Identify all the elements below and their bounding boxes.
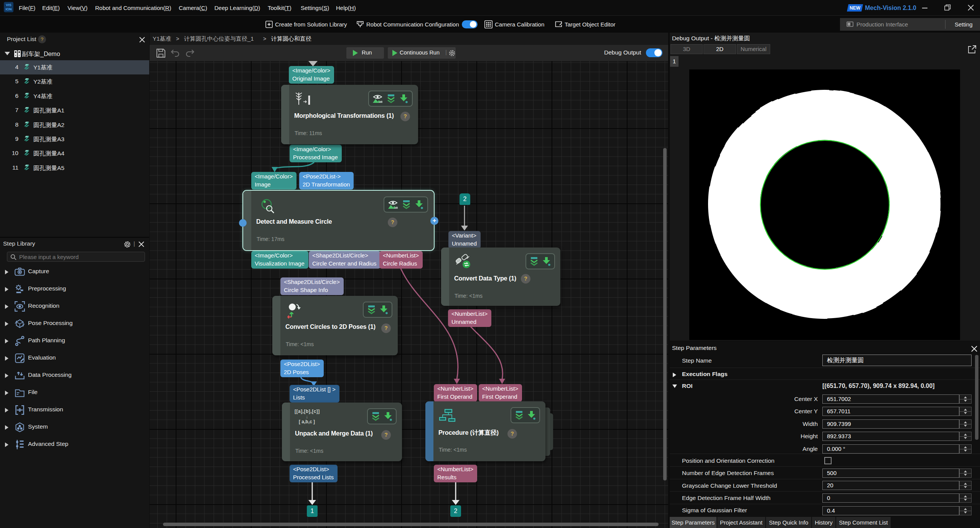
svg-text:VIS: VIS [6, 3, 12, 7]
svg-text:NEW: NEW [850, 5, 861, 11]
svg-text:ION: ION [5, 7, 12, 11]
